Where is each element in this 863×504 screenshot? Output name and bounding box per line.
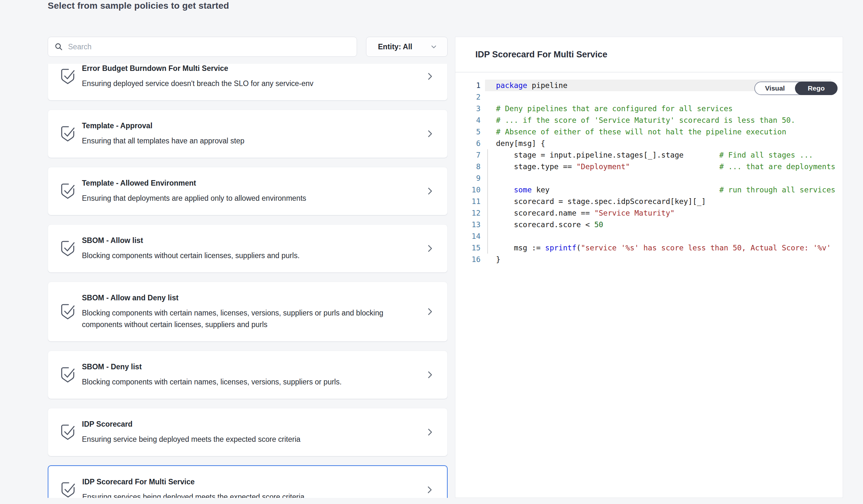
chevron-right-icon: [426, 484, 434, 495]
chevron-right-icon: [426, 71, 434, 81]
shield-check-icon: [60, 68, 75, 85]
chevron-right-icon: [426, 370, 434, 380]
code-line-3: 3# Deny pipelines that are configured fo…: [455, 103, 843, 114]
policy-card-title: Template - Allowed Environment: [82, 178, 418, 188]
policy-card-description: Blocking components with certain names, …: [82, 307, 418, 330]
code-line-6: 6deny[msg] {: [455, 138, 843, 149]
preview-title: IDP Scorecard For Multi Service: [475, 50, 607, 60]
line-number: 6: [455, 138, 485, 149]
chevron-right-icon: [426, 243, 434, 254]
shield-check-icon: [60, 366, 75, 384]
code-line-11: 11 scorecard = stage.spec.idpScorecard[k…: [455, 196, 843, 207]
policy-card-description: Ensuring that all templates have an appr…: [82, 135, 418, 147]
policy-card-title: SBOM - Allow and Deny list: [82, 293, 418, 302]
policy-card-3[interactable]: Template - Allowed Environment Ensuring …: [48, 167, 448, 215]
policy-card-description: Blocking components without certain lice…: [82, 250, 418, 261]
rego-code-editor[interactable]: 1package pipeline23# Deny pipelines that…: [455, 73, 843, 497]
policy-card-title: Template - Approval: [82, 121, 418, 130]
search-icon: [54, 42, 63, 51]
chevron-right-icon: [426, 307, 434, 317]
code-line-7: 7 stage = input.pipeline.stages[_].stage…: [455, 149, 843, 161]
entity-filter-dropdown[interactable]: Entity: All: [366, 37, 448, 57]
policy-card-title: SBOM - Allow list: [82, 235, 418, 245]
line-number: 11: [455, 196, 485, 207]
line-number: 13: [455, 219, 485, 230]
line-number: 4: [455, 114, 485, 126]
line-number: 12: [455, 207, 485, 219]
policy-card-description: Blocking components with certain names, …: [82, 376, 418, 388]
sample-policies-page: Select from sample policies to get start…: [48, 0, 848, 504]
toggle-rego-button[interactable]: Rego: [795, 81, 838, 95]
code-line-8: 8 stage.type == "Deployment" # ... that …: [455, 161, 843, 172]
policy-card-title: Error Budget Burndown For Multi Service: [82, 64, 418, 73]
policy-card-description: Ensuring deployed service doesn't breach…: [82, 78, 418, 89]
page-title: Select from sample policies to get start…: [48, 0, 848, 11]
policy-card-4[interactable]: SBOM - Allow list Blocking components wi…: [48, 224, 448, 273]
policy-card-description: Ensuring that deployments are applied on…: [82, 192, 418, 204]
line-number: 10: [455, 184, 485, 196]
code-line-14: 14: [455, 230, 843, 242]
line-number: 2: [455, 91, 485, 103]
code-line-4: 4# ... if the score of 'Service Maturity…: [455, 114, 843, 126]
code-line-16: 16}: [455, 254, 843, 265]
line-number: 14: [455, 230, 485, 242]
toggle-visual-button[interactable]: Visual: [755, 82, 795, 94]
line-number: 16: [455, 254, 485, 265]
shield-check-icon: [61, 481, 75, 498]
policy-card-description: Ensuring services being deployed meets t…: [82, 491, 418, 498]
code-line-15: 15 msg := sprintf("service '%s' has scor…: [455, 242, 843, 254]
policy-card-8[interactable]: IDP Scorecard For Multi Service Ensuring…: [48, 465, 448, 498]
line-number: 1: [455, 80, 485, 91]
entity-filter-label: Entity: All: [378, 42, 412, 51]
chevron-right-icon: [426, 129, 434, 139]
shield-check-icon: [60, 125, 75, 142]
policy-card-6[interactable]: SBOM - Deny list Blocking components wit…: [48, 351, 448, 399]
policy-card-2[interactable]: Template - Approval Ensuring that all te…: [48, 109, 448, 158]
shield-check-icon: [60, 424, 75, 441]
policy-card-description: Ensuring service being deployed meets th…: [82, 434, 418, 445]
shield-check-icon: [60, 303, 75, 320]
preview-header: IDP Scorecard For Multi Service: [455, 37, 843, 73]
code-line-10: 10 some key # run through all services: [455, 184, 843, 196]
line-number: 15: [455, 242, 485, 254]
line-number: 7: [455, 149, 485, 161]
shield-check-icon: [60, 182, 75, 200]
policy-card-7[interactable]: IDP Scorecard Ensuring service being dep…: [48, 408, 448, 456]
policy-preview-panel: IDP Scorecard For Multi Service Visual R…: [455, 37, 843, 498]
policy-card-title: SBOM - Deny list: [82, 362, 418, 372]
search-box[interactable]: [48, 37, 357, 57]
search-input[interactable]: [68, 42, 350, 51]
policy-card-5[interactable]: SBOM - Allow and Deny list Blocking comp…: [48, 282, 448, 341]
line-number: 8: [455, 161, 485, 172]
chevron-right-icon: [426, 186, 434, 196]
visual-rego-toggle[interactable]: Visual Rego: [754, 81, 838, 95]
shield-check-icon: [60, 240, 75, 257]
chevron-down-icon: [430, 43, 438, 51]
line-number: 5: [455, 126, 485, 138]
line-number: 3: [455, 103, 485, 114]
policy-card-1[interactable]: Error Budget Burndown For Multi Service …: [48, 64, 448, 101]
code-line-13: 13 scorecard.score < 50: [455, 219, 843, 230]
code-line-5: 5# Absence of either of these will not h…: [455, 126, 843, 138]
policy-card-title: IDP Scorecard: [82, 419, 418, 429]
code-line-9: 9: [455, 172, 843, 184]
code-line-12: 12 scorecard.name == "Service Maturity": [455, 207, 843, 219]
chevron-right-icon: [426, 427, 434, 437]
policy-card-title: IDP Scorecard For Multi Service: [82, 477, 418, 487]
policy-list-scroll[interactable]: Error Budget Burndown For Multi Service …: [48, 64, 448, 498]
policy-list-column: Entity: All Error Budget Burndown For Mu…: [48, 37, 448, 498]
indent-guide: [487, 149, 488, 254]
line-number: 9: [455, 172, 485, 184]
